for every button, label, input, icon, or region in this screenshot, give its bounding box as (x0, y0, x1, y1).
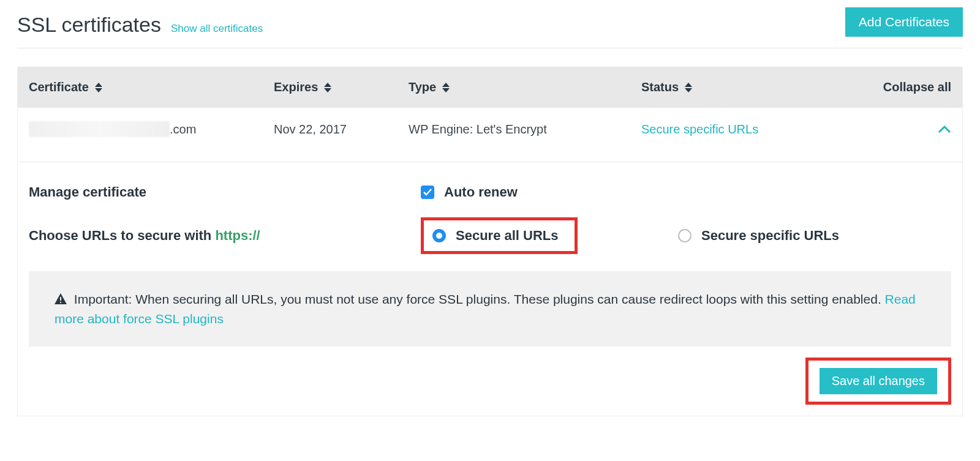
redacted-domain (29, 121, 170, 137)
svg-marker-1 (95, 88, 102, 92)
secure-all-radio-group[interactable]: Secure all URLs (432, 228, 559, 244)
col-status[interactable]: Status (641, 80, 837, 94)
page-header: SSL certificates Show all certificates A… (17, 0, 963, 48)
svg-marker-7 (685, 88, 692, 92)
choose-urls-row: Choose URLs to secure with https:// Secu… (29, 217, 951, 254)
table-header-row: Certificate Expires Type (18, 67, 962, 108)
certificate-detail-panel: Manage certificate Auto renew Choose URL… (18, 162, 962, 416)
sort-icon (95, 83, 102, 92)
save-highlight: Save all changes (805, 358, 951, 405)
col-status-label: Status (641, 80, 679, 94)
svg-marker-6 (685, 83, 692, 87)
certificates-table: Certificate Expires Type (17, 67, 963, 416)
important-notice: Important: When securing all URLs, you m… (29, 271, 951, 347)
manage-certificate-label: Manage certificate (29, 184, 421, 200)
col-type-label: Type (409, 80, 436, 94)
row-collapse-toggle[interactable] (837, 125, 951, 133)
table-row: .com Nov 22, 2017 WP Engine: Let's Encry… (18, 108, 962, 162)
col-expires-label: Expires (274, 80, 318, 94)
collapse-all-header[interactable]: Collapse all (837, 80, 951, 94)
secure-all-label: Secure all URLs (456, 228, 559, 244)
secure-specific-label: Secure specific URLs (701, 228, 839, 244)
auto-renew-checkbox[interactable] (421, 186, 434, 199)
manage-certificate-row: Manage certificate Auto renew (29, 184, 951, 200)
save-row: Save all changes (29, 358, 951, 405)
show-all-certificates-link[interactable]: Show all certificates (171, 23, 263, 35)
save-all-changes-button[interactable]: Save all changes (820, 368, 937, 394)
warning-icon (55, 293, 70, 307)
sort-icon (442, 83, 450, 92)
svg-rect-10 (60, 302, 61, 303)
domain-suffix: .com (170, 122, 196, 137)
svg-marker-3 (324, 88, 331, 92)
choose-urls-prefix: Choose URLs to secure with (29, 228, 215, 243)
sort-icon (685, 83, 692, 92)
page-title: SSL certificates (17, 13, 161, 37)
auto-renew-label: Auto renew (444, 184, 518, 200)
choose-urls-label: Choose URLs to secure with https:// (29, 228, 421, 244)
notice-text: Important: When securing all URLs, you m… (74, 292, 885, 306)
chevron-up-icon (938, 125, 951, 133)
svg-marker-4 (442, 83, 450, 87)
svg-marker-0 (95, 83, 102, 87)
secure-specific-radio-group[interactable]: Secure specific URLs (666, 228, 951, 244)
collapse-all-label: Collapse all (883, 80, 951, 94)
add-certificates-button[interactable]: Add Certificates (845, 7, 963, 37)
secure-all-highlight: Secure all URLs (421, 217, 578, 254)
https-text: https:// (215, 228, 260, 243)
col-certificate[interactable]: Certificate (29, 80, 274, 94)
svg-marker-2 (324, 83, 331, 87)
secure-specific-radio[interactable] (678, 229, 692, 242)
cell-expires: Nov 22, 2017 (274, 122, 409, 137)
col-type[interactable]: Type (409, 80, 641, 94)
col-expires[interactable]: Expires (274, 80, 409, 94)
cell-certificate: .com (29, 121, 274, 137)
cell-type: WP Engine: Let's Encrypt (409, 122, 641, 137)
sort-icon (324, 83, 331, 92)
auto-renew-group[interactable]: Auto renew (421, 184, 666, 200)
svg-rect-9 (60, 297, 61, 301)
svg-marker-5 (442, 88, 450, 92)
secure-all-radio[interactable] (432, 229, 446, 242)
check-icon (423, 189, 432, 196)
col-certificate-label: Certificate (29, 80, 89, 94)
cell-status-link[interactable]: Secure specific URLs (641, 122, 837, 137)
